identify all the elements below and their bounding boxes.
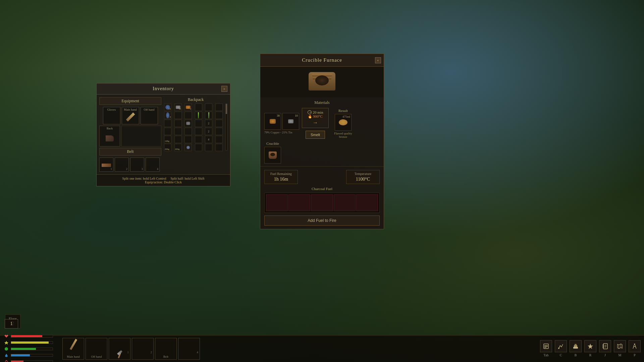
main-hand-slot[interactable]: Main hand (122, 107, 139, 124)
crucible-slot[interactable] (264, 147, 281, 164)
fuel-remaining-value: 1h 16m (269, 177, 293, 182)
back-slot[interactable]: Back (99, 126, 120, 146)
keybind-build[interactable]: B (570, 340, 582, 357)
bp-cell-2-6[interactable] (215, 112, 223, 119)
keybind-skills[interactable]: R (584, 340, 596, 357)
hotbar-slot-2[interactable]: 2 (132, 338, 154, 360)
bp-cell-4-6[interactable] (215, 128, 223, 135)
charcoal-cell-5[interactable] (356, 194, 378, 211)
materials-section: Materials 38 (260, 98, 384, 167)
hotbar: Main hand Off hand 1 2 (60, 335, 203, 362)
inventory-close-button[interactable]: × (221, 86, 227, 92)
svg-point-1 (5, 347, 8, 351)
svg-point-6 (558, 348, 559, 349)
backpack-scrollbar[interactable] (225, 104, 227, 150)
cell-item-stone (186, 122, 190, 125)
bp-cell-4-3[interactable] (184, 128, 192, 135)
hotbar-belt-slot[interactable]: Belt (155, 338, 177, 360)
materials-label: Materials (264, 100, 380, 105)
skills-keybind-icon (584, 340, 596, 352)
bp-cell-3-5[interactable]: 2 (205, 120, 212, 127)
bp-cell-4-2[interactable] (174, 128, 182, 135)
clock-icon (308, 110, 312, 114)
belt-slot-4[interactable]: 4 (146, 158, 160, 172)
charcoal-cell-3[interactable] (311, 194, 333, 211)
weight-108: 108g (165, 140, 169, 142)
keybind-crafting[interactable]: C (555, 340, 567, 357)
bp-cell-5-2[interactable] (174, 136, 182, 143)
bp-cell-6-5[interactable] (205, 144, 212, 151)
bp-cell-3-3[interactable] (184, 120, 192, 127)
belt-slots: 1 2 3 4 (99, 158, 161, 172)
bp-cell-3-4[interactable] (195, 120, 202, 127)
stat-row-sanity (4, 359, 53, 362)
tin-ore-slot[interactable]: 10 (282, 113, 299, 130)
sword-item-icon (69, 339, 77, 350)
offhand-slot[interactable]: Off hand (141, 107, 158, 124)
hotbar-main-hand[interactable]: Main hand (62, 338, 84, 360)
belt-slot-1[interactable]: 1 (99, 158, 113, 172)
bp-cell-1-1[interactable]: 10 (164, 104, 171, 111)
bp-cell-2-3[interactable] (184, 112, 192, 119)
add-fuel-button[interactable]: Add Fuel to Fire (264, 216, 380, 226)
bp-cell-5-3[interactable] (184, 136, 192, 143)
bp-cell-5-1[interactable]: 108g (164, 136, 171, 143)
back-extra-slot[interactable] (121, 126, 161, 146)
smelt-button[interactable]: Smelt (306, 131, 325, 139)
charcoal-cell-2[interactable] (288, 194, 310, 211)
svg-point-18 (634, 344, 635, 345)
copper-count: 38 (277, 114, 280, 117)
backpack-row-3: 2 (164, 120, 225, 127)
charcoal-slot-grid (264, 193, 380, 213)
charcoal-cell-1[interactable] (266, 194, 288, 211)
equipment-label: Equipment (99, 97, 161, 105)
bp-cell-5-6[interactable] (215, 136, 223, 143)
back-item (106, 135, 114, 141)
furnace-icon-area (260, 67, 384, 98)
svg-marker-0 (4, 341, 8, 345)
bp-cell-1-5[interactable] (205, 104, 212, 111)
bp-cell-3-6[interactable] (215, 120, 223, 127)
map-keybind-icon (614, 340, 626, 352)
bp-cell-1-3[interactable]: 2 (184, 104, 192, 111)
keybind-journal[interactable]: J (599, 340, 611, 357)
hunger-bar-bg (11, 348, 53, 350)
hotbar-slot-1[interactable]: 1 (109, 338, 130, 360)
bp-cell-3-2[interactable] (174, 120, 182, 127)
bp-cell-5-4[interactable] (195, 136, 202, 143)
keybind-inventory[interactable]: Tab (540, 340, 552, 357)
bp-cell-6-3[interactable] (184, 144, 192, 151)
result-slot[interactable]: 475ml (335, 114, 352, 131)
bp-cell-4-4[interactable] (195, 128, 202, 135)
bp-cell-4-5[interactable]: 2 (205, 128, 212, 135)
bp-cell-3-1[interactable] (164, 120, 171, 127)
right-arrow-icon: → (313, 120, 318, 125)
bp-cell-6-4[interactable] (195, 144, 202, 151)
floor-1-button[interactable]: 1 (5, 319, 18, 328)
hotbar-slot-4[interactable]: 4 (178, 338, 200, 360)
furnace-close-button[interactable]: × (375, 57, 381, 63)
charcoal-cell-4[interactable] (334, 194, 356, 211)
keybind-walk[interactable]: P (629, 340, 641, 357)
bp-cell-2-1[interactable]: 4 (164, 112, 171, 119)
bp-cell-6-1[interactable]: 200g (164, 144, 171, 151)
bp-cell-4-1[interactable] (164, 128, 171, 135)
bp-cell-6-2[interactable]: 200g (174, 144, 182, 151)
bp-cell-5-5[interactable]: 4 (205, 136, 212, 143)
cell-count-4b: 4 (208, 138, 209, 141)
belt-slot-2[interactable]: 2 (115, 158, 129, 172)
bp-cell-1-6[interactable] (215, 104, 223, 111)
bp-cell-1-4[interactable] (195, 104, 202, 111)
keybind-map[interactable]: M (614, 340, 626, 357)
bp-cell-2-4[interactable] (195, 112, 202, 119)
copper-ore-slot[interactable]: 38 (264, 113, 281, 130)
process-time: 20 min (306, 110, 325, 114)
hotbar-off-hand[interactable]: Off hand (86, 338, 107, 360)
bp-cell-6-6[interactable] (215, 144, 223, 151)
belt-item-1 (102, 164, 111, 167)
bp-cell-2-2[interactable] (174, 112, 182, 119)
belt-slot-3[interactable]: 3 (130, 158, 144, 172)
gloves-slot[interactable]: Gloves (103, 107, 120, 124)
bp-cell-1-2[interactable]: 10 (174, 104, 182, 111)
bp-cell-2-5[interactable] (205, 112, 212, 119)
